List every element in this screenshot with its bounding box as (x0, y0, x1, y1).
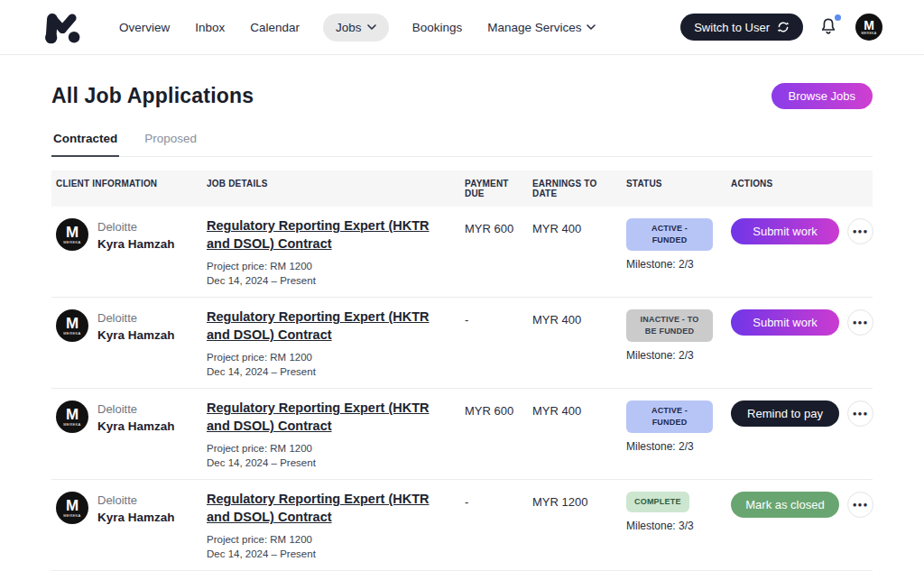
ellipsis-icon: ●●● (853, 410, 869, 418)
date-range: Dec 14, 2024 – Present (207, 275, 430, 286)
client-company: Deloitte (97, 220, 175, 234)
nav-item-bookings[interactable]: Bookings (412, 21, 463, 34)
tab-contracted[interactable]: Contracted (51, 132, 119, 157)
nav-item-manage-services[interactable]: Manage Services (487, 21, 596, 34)
job-title-link[interactable]: Regulatory Reporting Expert (HKTR and DS… (207, 492, 430, 524)
ellipsis-icon: ●●● (853, 227, 869, 235)
switch-to-user-button[interactable]: Switch to User (680, 14, 803, 41)
user-avatar[interactable]: M MEREKA (855, 14, 882, 41)
col-earnings-to-date: EARNINGS TO DATE (528, 179, 622, 198)
nav-item-calendar[interactable]: Calendar (250, 21, 300, 34)
remind-to-pay-button[interactable]: Remind to pay (731, 400, 839, 427)
top-nav: Overview Inbox Calendar Jobs Bookings Ma… (0, 0, 924, 55)
col-payment-due: PAYMENT DUE (460, 179, 528, 198)
more-options-button[interactable]: ●●● (847, 492, 873, 518)
earnings-to-date: MYR 400 (528, 218, 622, 235)
earnings-to-date: MYR 400 (528, 309, 622, 327)
page-title: All Job Applications (51, 84, 254, 108)
tab-proposed[interactable]: Proposed (143, 132, 199, 156)
table-row: M MEREKA Deloitte Kyra Hamzah Regulatory… (51, 207, 873, 298)
nav-item-inbox[interactable]: Inbox (195, 21, 225, 34)
milestone-text: Milestone: 2/3 (626, 258, 726, 271)
ellipsis-icon: ●●● (853, 501, 869, 509)
col-status: STATUS (622, 179, 726, 198)
milestone-text: Milestone: 2/3 (626, 440, 726, 453)
client-avatar: M MEREKA (56, 492, 88, 524)
client-company: Deloitte (97, 402, 175, 416)
col-actions: ACTIONS (726, 179, 873, 198)
client-avatar: M MEREKA (56, 400, 88, 433)
project-price: Project price: RM 1200 (207, 352, 430, 363)
status-badge: ACTIVE - FUNDED (626, 218, 713, 251)
milestone-text: Milestone: 2/3 (626, 349, 726, 362)
client-name: Kyra Hamzah (97, 511, 175, 524)
client-name: Kyra Hamzah (97, 328, 175, 342)
main-content: All Job Applications Browse Jobs Contrac… (0, 83, 924, 580)
col-client-information: CLIENT INFORMATION (51, 179, 202, 198)
project-price: Project price: RM 1200 (207, 534, 430, 545)
client-avatar: M MEREKA (56, 218, 88, 251)
client-company: Deloitte (97, 311, 175, 325)
refresh-icon (777, 21, 790, 33)
status-badge: INACTIVE - TO BE FUNDED (626, 309, 713, 342)
chevron-down-icon (587, 24, 596, 30)
table-row: M MEREKA Deloitte Kyra Hamzah Regulatory… (51, 480, 873, 571)
project-price: Project price: RM 1200 (207, 261, 430, 272)
payment-due: MYR 600 (460, 400, 528, 418)
earnings-to-date: MYR 1200 (528, 492, 622, 509)
more-options-button[interactable]: ●●● (847, 218, 873, 244)
client-name: Kyra Hamzah (97, 419, 175, 433)
chevron-down-icon (367, 24, 376, 30)
project-price: Project price: RM 1200 (207, 443, 430, 454)
payment-due: - (460, 492, 528, 509)
more-options-button[interactable]: ●●● (847, 400, 873, 427)
date-range: Dec 14, 2024 – Present (207, 548, 430, 559)
more-options-button[interactable]: ●●● (847, 309, 873, 336)
client-name: Kyra Hamzah (97, 237, 175, 251)
table-row: M MEREKA Deloitte Kyra Hamzah Regulatory… (51, 298, 873, 389)
job-title-link[interactable]: Regulatory Reporting Expert (HKTR and DS… (207, 309, 430, 342)
date-range: Dec 14, 2024 – Present (207, 457, 430, 468)
mark-as-closed-button[interactable]: Mark as closed (731, 492, 839, 518)
applications-table: CLIENT INFORMATION JOB DETAILS PAYMENT D… (51, 170, 873, 580)
nav-item-overview[interactable]: Overview (119, 21, 170, 34)
job-title-link[interactable]: Regulatory Reporting Expert (HKTR and DS… (207, 218, 430, 251)
status-badge: ACTIVE - FUNDED (626, 400, 713, 433)
table-row-partial: M MEREKA ●●● (51, 571, 873, 580)
client-avatar: M MEREKA (56, 309, 88, 342)
job-title-link[interactable]: Regulatory Reporting Expert (HKTR and DS… (207, 400, 430, 433)
col-job-details: JOB DETAILS (202, 179, 460, 198)
payment-due: - (460, 309, 528, 327)
browse-jobs-button[interactable]: Browse Jobs (772, 83, 873, 109)
payment-due: MYR 600 (460, 218, 528, 235)
milestone-text: Milestone: 3/3 (626, 520, 726, 532)
nav-item-jobs[interactable]: Jobs (323, 14, 389, 41)
earnings-to-date: MYR 400 (528, 400, 622, 418)
submit-work-button[interactable]: Submit work (731, 218, 839, 244)
status-badge: COMPLETE (626, 492, 689, 512)
notification-dot (835, 14, 841, 21)
notifications-bell[interactable] (819, 16, 839, 38)
submit-work-button[interactable]: Submit work (731, 309, 839, 336)
mereka-logo-icon[interactable] (43, 9, 83, 45)
table-header: CLIENT INFORMATION JOB DETAILS PAYMENT D… (51, 170, 873, 207)
table-row: M MEREKA Deloitte Kyra Hamzah Regulatory… (51, 389, 873, 480)
primary-nav: Overview Inbox Calendar Jobs Bookings Ma… (106, 14, 608, 41)
ellipsis-icon: ●●● (853, 318, 869, 327)
tabs: Contracted Proposed (51, 132, 873, 157)
date-range: Dec 14, 2024 – Present (207, 366, 430, 377)
client-company: Deloitte (97, 493, 175, 507)
